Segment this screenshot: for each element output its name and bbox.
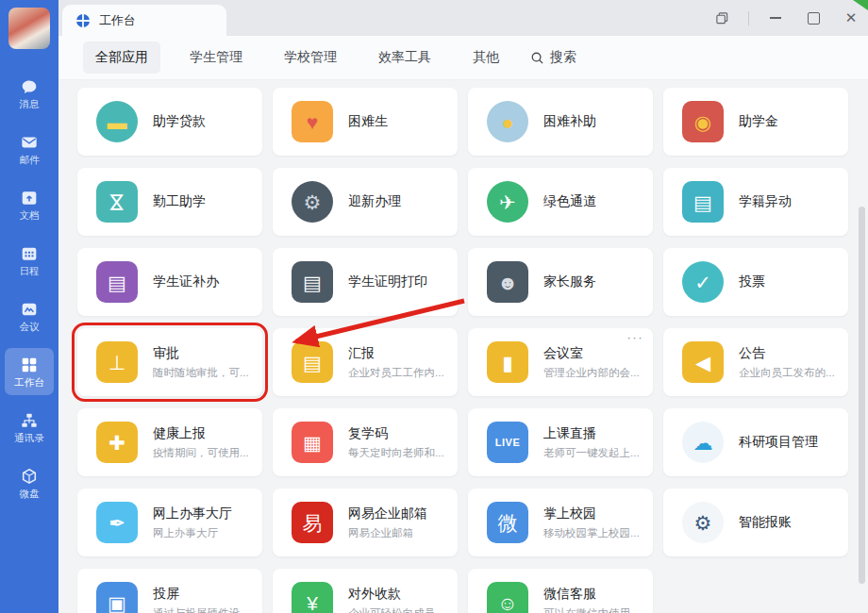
door-icon: ▮ — [487, 341, 528, 383]
megaphone-icon: ◀ — [682, 341, 724, 383]
app-card-external-payment[interactable]: ¥ 对外收款 企业可轻松向成员... ··· — [273, 569, 458, 613]
sidebar-item-mail[interactable]: 邮件 — [5, 125, 54, 173]
sidebar-item-contacts[interactable]: 通讯录 — [5, 404, 54, 451]
category-tab-others[interactable]: 其他 — [460, 41, 511, 74]
app-title: 投票 — [739, 273, 765, 290]
maximize-button[interactable] — [802, 7, 825, 29]
app-subtitle: 老师可一键发起上... — [543, 446, 640, 460]
app-title: 网上办事大厅 — [153, 505, 232, 522]
app-title: 智能报账 — [739, 514, 792, 531]
app-title: 学籍异动 — [739, 193, 792, 210]
app-card-smart-accounting[interactable]: ⚙ 智能报账 ··· — [663, 489, 848, 556]
app-card-health-report[interactable]: ✚ 健康上报 疫情期间，可使用... ··· — [77, 408, 262, 476]
app-card-return-code[interactable]: ▦ 复学码 每天定时向老师和... ··· — [273, 408, 458, 476]
app-title: 科研项目管理 — [739, 434, 818, 451]
category-tab-efficiency-tools[interactable]: 效率工具 — [366, 41, 443, 74]
stamp-icon: ⊥ — [96, 341, 138, 383]
app-title: 掌上校园 — [543, 505, 640, 522]
app-card-netease-mail[interactable]: 易 网易企业邮箱 网易企业邮箱 ··· — [273, 489, 458, 556]
money-coins-icon: ◉ — [682, 101, 724, 142]
sidebar-item-messages[interactable]: 消息 — [5, 70, 54, 117]
app-title: 复学码 — [348, 425, 444, 442]
chat-bubble-icon — [21, 78, 38, 95]
sidebar-item-cloud-disk[interactable]: 微盘 — [5, 459, 54, 506]
app-card-work-study[interactable]: ⋈ 勤工助学 ··· — [77, 168, 262, 236]
app-title: 家长服务 — [543, 273, 596, 290]
sidebar-item-label: 消息 — [20, 99, 40, 109]
category-tab-student-mgmt[interactable]: 学生管理 — [177, 41, 255, 74]
scrollbar-thumb[interactable] — [859, 207, 865, 584]
sidebar: 消息 邮件 文档 日程 会议 工作台 通讯录 微盘 — [0, 0, 58, 613]
app-card-report[interactable]: ▤ 汇报 企业对员工工作内... ··· — [273, 328, 458, 396]
app-title: 勤工助学 — [153, 193, 206, 210]
app-subtitle: 企业对员工工作内... — [348, 366, 444, 380]
avatar[interactable] — [8, 8, 50, 49]
vote-check-icon: ✓ — [682, 261, 724, 303]
category-tab-all-apps[interactable]: 全部应用 — [83, 41, 160, 74]
cloud-icon: ☁ — [682, 422, 724, 463]
more-options-icon[interactable]: ··· — [627, 330, 644, 344]
app-card-parent-service[interactable]: ☻ 家长服务 ··· — [468, 248, 653, 316]
search-control[interactable]: 搜索 — [530, 49, 576, 66]
feather-icon: ✒ — [96, 502, 138, 543]
app-card-online-hall[interactable]: ✒ 网上办事大厅 网上办事大厅 ··· — [77, 489, 262, 556]
hourglass-icon: ⋈ — [96, 181, 138, 223]
app-title: 助学贷款 — [153, 113, 206, 130]
app-subtitle: 网上办事大厅 — [153, 526, 232, 540]
app-title: 上课直播 — [543, 425, 640, 442]
payment-yuan-icon: ¥ — [292, 582, 333, 613]
app-title: 对外收款 — [348, 586, 444, 603]
restore-window-icon[interactable] — [710, 7, 733, 29]
app-subtitle: 随时随地审批，可... — [153, 366, 249, 380]
app-card-hardship-subsidy[interactable]: ● 困难补助 ··· — [468, 88, 653, 156]
app-subtitle: 网易企业邮箱 — [348, 526, 427, 540]
meeting-icon — [21, 301, 38, 318]
app-title: 绿色通道 — [543, 193, 596, 210]
sidebar-item-label: 日程 — [20, 266, 40, 276]
app-card-poor-students[interactable]: ♥ 困难生 ··· — [273, 88, 458, 156]
app-card-student-id-reissue[interactable]: ▤ 学生证补办 ··· — [77, 248, 262, 316]
app-card-green-channel[interactable]: ✈ 绿色通道 ··· — [468, 168, 653, 236]
contacts-icon — [21, 412, 38, 429]
app-card-wechat-service[interactable]: ☺ 微信客服 可以在微信内使用... ··· — [468, 569, 653, 613]
app-card-screen-cast[interactable]: ▣ 投屏 通过与投屏硬件设... ··· — [77, 569, 262, 613]
app-title: 助学金 — [739, 113, 778, 130]
app-title: 迎新办理 — [348, 193, 401, 210]
app-title: 投屏 — [153, 586, 249, 603]
netease-yi-icon: 易 — [292, 502, 333, 543]
app-subtitle: 移动校园掌上校园... — [543, 526, 640, 540]
app-title: 微信客服 — [543, 586, 640, 603]
close-button[interactable]: ✕ — [840, 7, 862, 29]
screen-cast-icon: ▣ — [96, 582, 138, 613]
app-subtitle: 可以在微信内使用... — [543, 606, 640, 613]
tab-workbench[interactable]: 工作台 — [62, 5, 226, 36]
live-icon: LIVE — [487, 422, 528, 463]
category-bar: 全部应用学生管理学校管理效率工具其他 搜索 — [58, 36, 868, 80]
app-card-student-cert-print[interactable]: ▤ 学生证明打印 ··· — [273, 248, 458, 316]
category-tab-school-mgmt[interactable]: 学校管理 — [272, 41, 349, 74]
app-card-grant[interactable]: ◉ 助学金 ··· — [663, 88, 848, 156]
controls-divider — [748, 11, 749, 25]
app-card-meeting-room[interactable]: ▮ 会议室 管理企业内部的会... ··· — [468, 328, 653, 396]
app-card-student-loan[interactable]: ▬ 助学贷款 ··· — [77, 88, 262, 156]
app-card-status-change[interactable]: ▤ 学籍异动 ··· — [663, 168, 848, 236]
app-card-approval[interactable]: ⊥ 审批 随时随地审批，可... ··· — [77, 328, 262, 396]
app-subtitle: 通过与投屏硬件设... — [153, 606, 249, 613]
sidebar-item-meeting[interactable]: 会议 — [5, 292, 54, 340]
sidebar-item-label: 工作台 — [14, 377, 44, 388]
app-card-research-project[interactable]: ☁ 科研项目管理 ··· — [663, 408, 848, 476]
app-card-live-class[interactable]: LIVE 上课直播 老师可一键发起上... ··· — [468, 408, 653, 476]
app-card-vote[interactable]: ✓ 投票 ··· — [663, 248, 848, 316]
minimize-button[interactable] — [764, 7, 787, 29]
sidebar-item-calendar[interactable]: 日程 — [5, 237, 54, 284]
mail-icon — [21, 134, 38, 151]
sidebar-item-workbench[interactable]: 工作台 — [5, 348, 54, 395]
sidebar-item-docs[interactable]: 文档 — [5, 181, 54, 228]
app-card-campus-app[interactable]: 微 掌上校园 移动校园掌上校园... ··· — [468, 489, 653, 556]
airplane-icon: ✈ — [487, 181, 528, 223]
maximize-icon — [808, 12, 820, 25]
app-card-freshman-onboarding[interactable]: ⚙ 迎新办理 ··· — [273, 168, 458, 236]
window-controls: ✕ — [710, 0, 862, 36]
app-grid: ▬ 助学贷款 ··· ♥ 困难生 ··· ● 困难补助 ··· ◉ 助学金 ··… — [58, 80, 868, 613]
app-card-announcement[interactable]: ◀ 公告 企业向员工发布的... ··· — [663, 328, 848, 396]
